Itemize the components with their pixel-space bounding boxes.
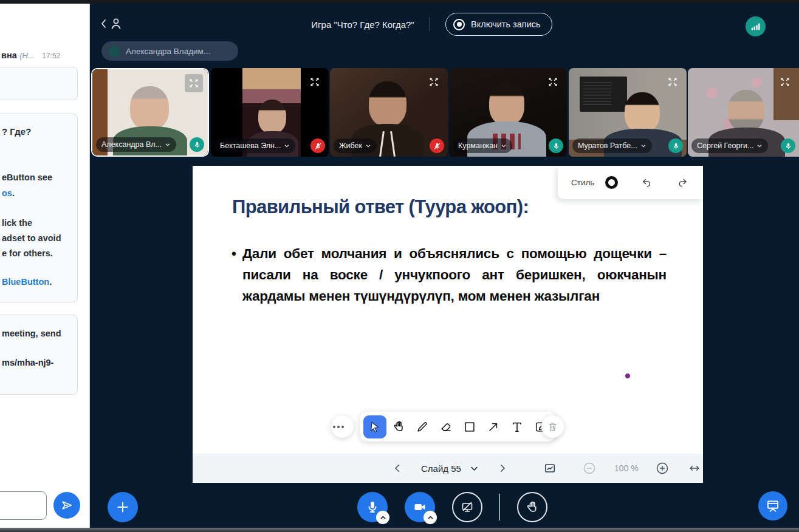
zoom-in-button[interactable] [655, 461, 670, 476]
talking-indicator-name: Александра Владим... [126, 47, 210, 56]
invite-line: meeting, send [2, 329, 61, 338]
tutorial-videos-link[interactable]: os [2, 188, 12, 198]
zoom-out-button[interactable] [582, 461, 597, 476]
participant-name: Муратов Ратбе... [578, 142, 637, 150]
text-tool-button[interactable] [506, 415, 529, 438]
webcam-button[interactable] [405, 492, 435, 522]
webcam-tile[interactable]: Жибек [330, 68, 448, 157]
style-color-button[interactable] [605, 176, 618, 189]
select-tool-button[interactable] [363, 415, 386, 438]
participant-name: Александра Вл... [101, 140, 162, 149]
mic-off-icon [430, 138, 444, 153]
screenshare-icon [460, 500, 475, 514]
undo-button[interactable] [641, 177, 653, 188]
pencil-icon [416, 420, 429, 434]
text-tool-icon [510, 420, 524, 434]
welcome-line-end: . [12, 188, 15, 198]
mute-button[interactable] [357, 492, 388, 522]
screenshare-button[interactable] [452, 492, 482, 522]
next-slide-button[interactable] [497, 463, 508, 474]
chat-invite-bubble: meeting, send ms/mha-nj9- [0, 315, 78, 395]
start-recording-button[interactable]: Включить запись [445, 13, 552, 36]
pencil-tool-button[interactable] [411, 415, 434, 438]
delete-annotation-button[interactable] [541, 415, 564, 438]
fit-width-button[interactable] [688, 462, 701, 475]
expand-icon[interactable] [776, 73, 794, 91]
webcam-tile[interactable]: Сергей Георги... [688, 68, 799, 157]
presentation-whiteboard[interactable]: Стиль Правильный ответ (Туура жооп): Дал… [193, 166, 703, 483]
trash-icon [547, 421, 558, 432]
mic-on-icon [668, 138, 683, 153]
eraser-tool-button[interactable] [434, 415, 458, 438]
webcam-options-chevron[interactable] [424, 511, 437, 524]
webcam-tile[interactable]: Александра Вл... [91, 68, 209, 157]
expand-icon[interactable] [185, 74, 203, 92]
chevron-down-icon [501, 143, 507, 149]
present-board-icon [765, 498, 781, 514]
chevron-down-icon [165, 142, 171, 148]
whiteboard-toolbar [360, 412, 556, 442]
chat-welcome-bubble: ? Где? eButton see os. lick the adset to… [0, 114, 78, 302]
participant-name-pill[interactable]: Бекташева Элн... [214, 138, 295, 153]
participant-name-pill[interactable]: Жибек [334, 138, 377, 153]
meeting-app: вна (Н... 17:52 ? Где? eButton see os. l… [0, 0, 799, 532]
connection-status-button[interactable] [746, 16, 766, 36]
select-cursor-icon [368, 420, 382, 434]
welcome-line-end: . [49, 277, 52, 287]
chat-sender-name: вна [1, 50, 17, 60]
more-tools-button[interactable] [331, 415, 354, 438]
zoom-level-label: 100 % [612, 463, 640, 473]
annotation-dot [625, 373, 630, 378]
eraser-icon [439, 420, 453, 434]
chat-input[interactable] [0, 491, 47, 520]
window-bottom-edge [0, 528, 799, 532]
arrow-tool-button[interactable] [482, 415, 505, 438]
slide-select-dropdown[interactable] [470, 464, 479, 473]
previous-slide-button[interactable] [392, 463, 403, 474]
actions-plus-button[interactable] [108, 492, 138, 522]
raise-hand-button[interactable] [517, 492, 547, 522]
participant-name: Жибек [339, 142, 362, 150]
chat-sender-note: (Н... [19, 51, 35, 60]
welcome-line: eButton see [2, 172, 52, 182]
pan-tool-button[interactable] [387, 415, 410, 438]
expand-icon[interactable] [544, 73, 562, 91]
bigbluebutton-link[interactable]: BlueButton [2, 277, 49, 287]
expand-icon[interactable] [425, 73, 443, 91]
participant-name-pill[interactable]: Курманжан [453, 138, 512, 153]
rectangle-icon [463, 420, 476, 434]
toggle-userlist-button[interactable] [100, 16, 124, 32]
meeting-title: Игра "Что? Где? Когда?" [311, 19, 414, 30]
slide-bullet-text: Дали обет молчания и объяснялись с помощ… [231, 243, 667, 307]
expand-icon[interactable] [664, 73, 682, 91]
talking-indicator[interactable]: Александра Владим... [101, 41, 238, 61]
participant-name-pill[interactable]: Александра Вл... [96, 137, 176, 152]
webcam-tile[interactable]: Курманжан [449, 68, 567, 157]
redo-button[interactable] [677, 177, 688, 188]
chevron-down-icon [284, 143, 290, 149]
participant-name-pill[interactable]: Муратов Ратбе... [572, 138, 652, 153]
participant-name-pill[interactable]: Сергей Георги... [691, 138, 768, 153]
mic-on-icon [781, 138, 795, 153]
send-message-button[interactable] [53, 492, 80, 519]
expand-icon[interactable] [306, 73, 324, 91]
slide-heading: Правильный ответ (Туура жооп): [232, 196, 529, 218]
presentation-bottom-bar: Слайд 55 100 % [193, 454, 703, 483]
pan-zoom-chart-button[interactable] [543, 462, 557, 475]
audio-options-chevron[interactable] [376, 511, 389, 524]
webcam-tile[interactable]: Муратов Ратбе... [569, 68, 687, 157]
chevron-down-icon [365, 143, 371, 149]
mic-on-icon [190, 137, 204, 152]
chevron-down-icon [756, 143, 763, 149]
chat-message-bubble [0, 67, 78, 100]
shapes-tool-button[interactable] [458, 415, 481, 438]
minimize-presentation-button[interactable] [758, 491, 787, 520]
raise-hand-icon [525, 500, 540, 514]
user-icon [108, 16, 124, 32]
webcam-tile[interactable]: Бекташева Элн... [211, 68, 329, 157]
plus-icon [115, 499, 131, 515]
invite-link-fragment: ms/mha-nj9- [2, 358, 53, 367]
topbar-divider [430, 18, 430, 31]
muted-speaker-icon [109, 46, 120, 57]
window-top-edge [0, 0, 799, 4]
